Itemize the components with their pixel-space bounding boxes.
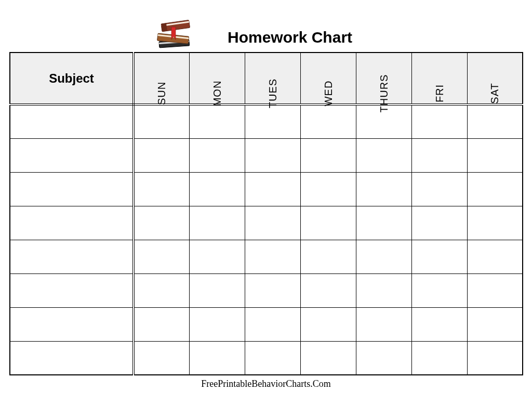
- subject-cell[interactable]: [10, 307, 134, 341]
- chart-cell[interactable]: [356, 138, 411, 172]
- col-header-fri: FRI: [411, 53, 467, 105]
- chart-cell[interactable]: [189, 105, 245, 138]
- chart-cell[interactable]: [189, 240, 245, 273]
- subject-cell[interactable]: [10, 341, 134, 375]
- chart-cell[interactable]: [189, 172, 245, 206]
- chart-cell[interactable]: [300, 172, 356, 206]
- chart-cell[interactable]: [300, 307, 356, 341]
- chart-cell[interactable]: [467, 240, 523, 273]
- chart-cell[interactable]: [411, 172, 467, 206]
- chart-cell[interactable]: [245, 172, 300, 206]
- chart-cell[interactable]: [300, 105, 356, 138]
- col-header-subject: Subject: [10, 53, 134, 105]
- chart-cell[interactable]: [467, 341, 523, 375]
- day-label: MON: [211, 81, 223, 107]
- chart-cell[interactable]: [467, 273, 523, 307]
- day-label: SUN: [156, 82, 168, 105]
- subject-cell[interactable]: [10, 273, 134, 307]
- books-stack-icon: [155, 17, 196, 53]
- chart-cell[interactable]: [467, 105, 523, 138]
- chart-cell[interactable]: [134, 172, 189, 206]
- chart-cell[interactable]: [300, 273, 356, 307]
- chart-cell[interactable]: [134, 138, 189, 172]
- chart-cell[interactable]: [411, 273, 467, 307]
- page-title: Homework Chart: [228, 29, 352, 46]
- chart-cell[interactable]: [411, 341, 467, 375]
- table-row: [10, 138, 523, 172]
- chart-cell[interactable]: [189, 138, 245, 172]
- chart-cell[interactable]: [300, 341, 356, 375]
- chart-cell[interactable]: [134, 307, 189, 341]
- day-label: TUES: [267, 79, 278, 108]
- col-header-sat: SAT: [467, 53, 523, 105]
- chart-cell[interactable]: [356, 307, 411, 341]
- chart-cell[interactable]: [189, 206, 245, 240]
- chart-cell[interactable]: [245, 307, 300, 341]
- day-label: FRI: [433, 84, 445, 102]
- chart-body: [10, 105, 523, 375]
- chart-cell[interactable]: [189, 341, 245, 375]
- chart-cell[interactable]: [467, 172, 523, 206]
- chart-cell[interactable]: [356, 341, 411, 375]
- chart-header: Homework Chart: [9, 10, 523, 52]
- table-row: [10, 273, 523, 307]
- chart-cell[interactable]: [356, 206, 411, 240]
- chart-cell[interactable]: [467, 138, 523, 172]
- chart-cell[interactable]: [189, 273, 245, 307]
- chart-cell[interactable]: [411, 240, 467, 273]
- subject-cell[interactable]: [10, 206, 134, 240]
- table-row: [10, 105, 523, 138]
- chart-cell[interactable]: [245, 240, 300, 273]
- chart-cell[interactable]: [245, 341, 300, 375]
- col-header-mon: MON: [189, 53, 245, 105]
- svg-rect-6: [161, 23, 167, 32]
- chart-cell[interactable]: [189, 307, 245, 341]
- chart-cell[interactable]: [467, 307, 523, 341]
- chart-cell[interactable]: [300, 240, 356, 273]
- col-header-sun: SUN: [134, 53, 189, 105]
- chart-cell[interactable]: [245, 206, 300, 240]
- col-header-tues: TUES: [245, 53, 300, 105]
- homework-chart-table: Subject SUN MON TUES WED THURS FRI SAT: [9, 52, 523, 375]
- chart-cell[interactable]: [245, 105, 300, 138]
- chart-cell[interactable]: [134, 273, 189, 307]
- table-row: [10, 341, 523, 375]
- day-label: WED: [322, 81, 334, 107]
- table-row: [10, 307, 523, 341]
- subject-cell[interactable]: [10, 138, 134, 172]
- chart-cell[interactable]: [134, 206, 189, 240]
- chart-cell[interactable]: [134, 105, 189, 138]
- header-row: Subject SUN MON TUES WED THURS FRI SAT: [10, 53, 523, 105]
- chart-cell[interactable]: [300, 206, 356, 240]
- chart-cell[interactable]: [411, 206, 467, 240]
- table-row: [10, 206, 523, 240]
- chart-cell[interactable]: [467, 206, 523, 240]
- chart-cell[interactable]: [411, 138, 467, 172]
- chart-cell[interactable]: [134, 240, 189, 273]
- footer-credit: FreePrintableBehaviorCharts.Com: [9, 379, 523, 389]
- chart-cell[interactable]: [134, 341, 189, 375]
- chart-cell[interactable]: [356, 273, 411, 307]
- col-header-wed: WED: [300, 53, 356, 105]
- subject-cell[interactable]: [10, 240, 134, 273]
- chart-cell[interactable]: [411, 105, 467, 138]
- chart-cell[interactable]: [300, 138, 356, 172]
- chart-cell[interactable]: [356, 172, 411, 206]
- table-row: [10, 240, 523, 273]
- day-label: SAT: [489, 83, 501, 103]
- chart-cell[interactable]: [411, 307, 467, 341]
- col-header-thurs: THURS: [356, 53, 411, 105]
- subject-cell[interactable]: [10, 105, 134, 138]
- subject-cell[interactable]: [10, 172, 134, 206]
- chart-cell[interactable]: [245, 138, 300, 172]
- chart-cell[interactable]: [356, 240, 411, 273]
- day-label: THURS: [378, 74, 390, 113]
- table-row: [10, 172, 523, 206]
- chart-cell[interactable]: [245, 273, 300, 307]
